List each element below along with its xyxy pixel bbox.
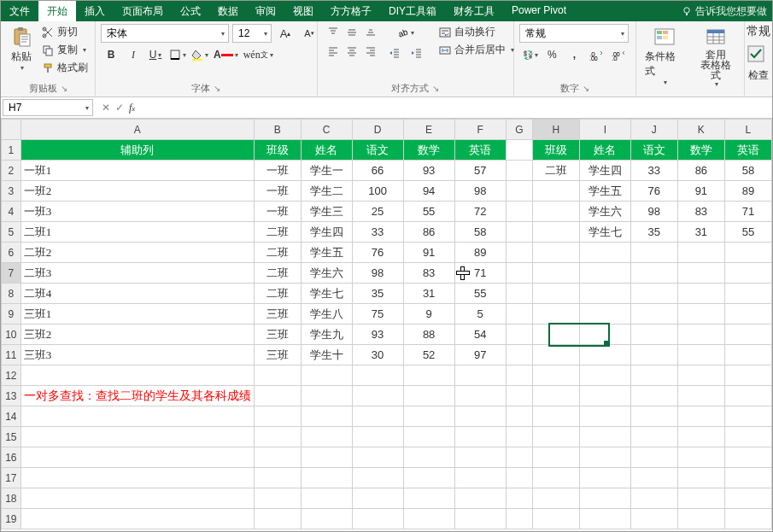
conditional-format-button[interactable]: 条件格式▾ — [641, 24, 688, 88]
cell[interactable]: 98 — [352, 263, 403, 284]
cell[interactable]: 学生六 — [579, 202, 630, 222]
cell[interactable] — [20, 447, 254, 468]
font-size-select[interactable]: ▾ — [232, 24, 272, 43]
tab-formulas[interactable]: 公式 — [172, 1, 209, 21]
cell[interactable]: 姓名 — [301, 140, 352, 161]
grow-font-button[interactable]: A▴ — [275, 25, 296, 42]
col-header[interactable]: G — [506, 120, 532, 140]
row-header[interactable]: 4 — [2, 202, 21, 222]
cell[interactable]: 学生八 — [301, 304, 352, 324]
cell[interactable] — [454, 447, 506, 468]
right-general-label[interactable]: 常规 — [747, 24, 770, 39]
row-header[interactable]: 8 — [2, 284, 21, 304]
cell[interactable] — [677, 243, 724, 263]
cell[interactable]: 35 — [352, 284, 403, 304]
cell[interactable] — [506, 222, 532, 243]
cell[interactable] — [301, 365, 352, 386]
cell[interactable] — [454, 509, 506, 529]
cell[interactable] — [677, 365, 724, 386]
cell[interactable] — [630, 304, 677, 324]
cell[interactable] — [579, 488, 630, 509]
cell[interactable] — [506, 324, 532, 345]
cell[interactable]: 93 — [403, 161, 454, 181]
cell[interactable] — [532, 263, 579, 284]
cell[interactable] — [20, 488, 254, 509]
cell[interactable]: 55 — [454, 284, 506, 304]
select-all-corner[interactable] — [2, 120, 21, 140]
paste-button[interactable]: 粘贴▾ — [6, 24, 37, 73]
col-header[interactable]: E — [403, 120, 454, 140]
cell[interactable]: 二班4 — [20, 284, 254, 304]
shrink-font-button[interactable]: A▾ — [299, 25, 319, 42]
cell[interactable] — [677, 509, 724, 529]
cell[interactable] — [677, 427, 724, 447]
cell[interactable] — [301, 468, 352, 488]
cell[interactable]: 25 — [352, 202, 403, 222]
cell[interactable]: 数学 — [403, 140, 454, 161]
cell[interactable] — [724, 324, 771, 345]
wrap-text-button[interactable]: 自动换行 — [437, 24, 516, 40]
cell[interactable] — [506, 468, 532, 488]
dialog-launcher-icon[interactable]: ↘ — [432, 83, 439, 95]
cell[interactable] — [724, 365, 771, 386]
cell[interactable] — [403, 509, 454, 529]
cell[interactable] — [254, 468, 301, 488]
cell[interactable]: 75 — [352, 304, 403, 324]
cell[interactable] — [301, 406, 352, 427]
cell[interactable]: 学生二 — [301, 181, 352, 202]
cell[interactable]: 二班 — [254, 243, 301, 263]
merge-center-button[interactable]: 合并后居中▾ — [437, 42, 516, 58]
cell[interactable] — [630, 427, 677, 447]
underline-button[interactable]: U▾ — [145, 46, 166, 63]
row-header[interactable]: 19 — [2, 509, 21, 529]
cell[interactable]: 31 — [677, 222, 724, 243]
cell[interactable]: 33 — [352, 222, 403, 243]
cell[interactable] — [532, 222, 579, 243]
cell[interactable]: 66 — [352, 161, 403, 181]
cell[interactable] — [454, 406, 506, 427]
cell[interactable] — [506, 202, 532, 222]
cell[interactable]: 一班 — [254, 161, 301, 181]
align-left-button[interactable] — [323, 43, 343, 60]
cell[interactable]: 二班3 — [20, 263, 254, 284]
cell[interactable] — [677, 324, 724, 345]
cell[interactable] — [630, 447, 677, 468]
cell[interactable]: 学生五 — [301, 243, 352, 263]
dialog-launcher-icon[interactable]: ↘ — [61, 83, 67, 95]
cell[interactable]: 学生四 — [579, 161, 630, 181]
spreadsheet-grid[interactable]: ABCDEFGHIJKL1辅助列班级姓名语文数学英语班级姓名语文数学英语2一班1… — [1, 119, 772, 529]
row-header[interactable]: 1 — [2, 140, 21, 161]
cell[interactable] — [630, 509, 677, 529]
row-header[interactable]: 14 — [2, 406, 21, 427]
cell[interactable] — [579, 406, 630, 427]
cell[interactable] — [677, 447, 724, 468]
cell[interactable]: 辅助列 — [20, 140, 254, 161]
cell[interactable] — [724, 488, 771, 509]
cell[interactable] — [454, 427, 506, 447]
cell[interactable] — [579, 427, 630, 447]
italic-button[interactable]: I — [123, 46, 143, 63]
cell[interactable] — [301, 488, 352, 509]
cell[interactable]: 一班1 — [20, 161, 254, 181]
cell[interactable] — [532, 447, 579, 468]
cell[interactable] — [724, 406, 771, 427]
cell[interactable]: 英语 — [724, 140, 771, 161]
tab-review[interactable]: 审阅 — [247, 1, 284, 21]
orientation-button[interactable]: ab▾ — [384, 24, 427, 41]
row-header[interactable]: 3 — [2, 181, 21, 202]
tab-page-layout[interactable]: 页面布局 — [114, 1, 172, 21]
cell[interactable] — [677, 468, 724, 488]
cell[interactable] — [724, 447, 771, 468]
cell[interactable] — [630, 488, 677, 509]
phonetic-button[interactable]: wén文▾ — [242, 46, 275, 63]
number-format-input[interactable] — [524, 26, 619, 40]
row-header[interactable]: 17 — [2, 468, 21, 488]
cell[interactable] — [506, 140, 532, 161]
cell[interactable] — [403, 406, 454, 427]
cell[interactable]: 93 — [352, 324, 403, 345]
cell[interactable] — [579, 468, 630, 488]
cell[interactable] — [579, 509, 630, 529]
cell[interactable]: 52 — [403, 345, 454, 365]
cell[interactable]: 54 — [454, 324, 506, 345]
enter-formula-button[interactable]: ✓ — [115, 102, 124, 114]
